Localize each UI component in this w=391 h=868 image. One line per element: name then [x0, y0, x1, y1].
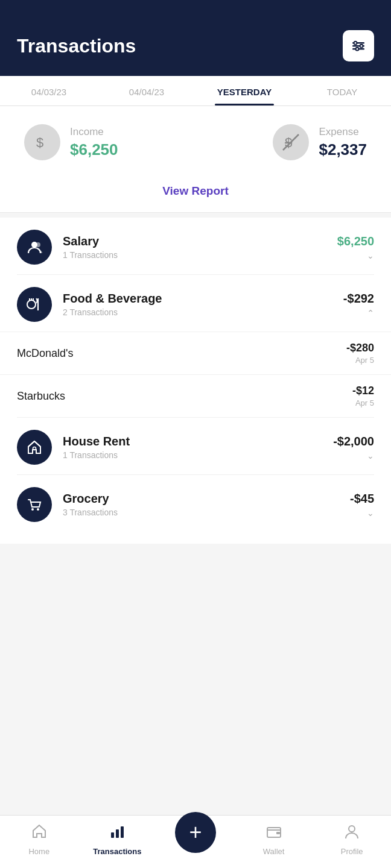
nav-wallet[interactable]: Wallet	[235, 823, 313, 856]
rent-right: -$2,000 ⌄	[333, 435, 374, 461]
salary-info: Salary 1 Transactions	[63, 234, 118, 260]
category-salary[interactable]: Salary 1 Transactions $6,250 ⌄	[0, 218, 391, 274]
starbucks-name: Starbucks	[17, 390, 65, 403]
bottom-spacer	[0, 544, 391, 622]
starbucks-date: Apr 5	[352, 398, 374, 407]
food-name: Food & Beverage	[63, 292, 162, 306]
starbucks-amount: -$12	[352, 385, 374, 397]
summary-section: $ Income $6,250 $ Expense $2,337	[0, 106, 391, 175]
header: Transactions	[0, 0, 391, 76]
tab-today[interactable]: TODAY	[293, 76, 391, 105]
svg-rect-21	[121, 826, 124, 838]
expense-value: $2,337	[319, 140, 367, 159]
rent-info: House Rent 1 Transactions	[63, 435, 130, 460]
food-amount: -$292	[343, 292, 374, 306]
mcdonalds-right: -$280 Apr 5	[346, 342, 374, 365]
expense-label: Expense	[319, 126, 367, 138]
nav-transactions-label: Transactions	[93, 847, 141, 856]
svg-rect-19	[111, 832, 114, 838]
income-label: Income	[70, 126, 118, 138]
salary-chevron: ⌄	[337, 251, 374, 260]
nav-profile-label: Profile	[341, 847, 363, 856]
nav-transactions[interactable]: Transactions	[78, 823, 157, 856]
category-salary-left: Salary 1 Transactions	[17, 230, 118, 265]
category-grocery[interactable]: Grocery 3 Transactions -$45 ⌄	[0, 475, 391, 532]
mcdonalds-amount: -$280	[346, 342, 374, 354]
food-count: 2 Transactions	[63, 307, 162, 317]
filter-button[interactable]	[343, 30, 374, 61]
category-food-left: Food & Beverage 2 Transactions	[17, 287, 162, 322]
salary-icon	[17, 230, 52, 265]
view-report-link[interactable]: View Report	[162, 184, 228, 197]
grocery-amount: -$45	[350, 492, 374, 506]
svg-point-10	[36, 242, 40, 247]
mcdonalds-date: Apr 5	[346, 356, 374, 365]
category-rent-left: House Rent 1 Transactions	[17, 430, 130, 465]
add-button[interactable]: +	[175, 812, 216, 853]
grocery-chevron: ⌄	[350, 508, 374, 518]
svg-point-3	[354, 42, 357, 45]
svg-rect-23	[276, 832, 280, 834]
income-info: Income $6,250	[70, 126, 118, 159]
svg-rect-20	[116, 829, 119, 838]
svg-point-17	[31, 508, 34, 511]
nav-home[interactable]: Home	[0, 823, 78, 856]
tab-yesterday-prev[interactable]: 04/04/23	[98, 76, 196, 105]
grocery-name: Grocery	[63, 492, 118, 506]
expense-icon: $	[273, 124, 309, 160]
wallet-icon	[265, 823, 282, 844]
tab-yesterday[interactable]: YESTERDAY	[196, 76, 293, 105]
income-summary: $ Income $6,250	[24, 124, 118, 160]
grocery-count: 3 Transactions	[63, 508, 118, 517]
rent-amount: -$2,000	[333, 435, 374, 448]
food-icon	[17, 287, 52, 322]
nav-add[interactable]: +	[156, 826, 235, 853]
category-grocery-left: Grocery 3 Transactions	[17, 487, 118, 522]
rent-chevron: ⌄	[333, 451, 374, 461]
svg-point-24	[349, 826, 355, 832]
profile-icon	[343, 823, 360, 844]
nav-home-label: Home	[28, 847, 49, 856]
expense-summary: $ Expense $2,337	[273, 124, 367, 160]
starbucks-right: -$12 Apr 5	[352, 385, 374, 407]
grocery-info: Grocery 3 Transactions	[63, 492, 118, 517]
add-icon: +	[189, 822, 202, 843]
divider	[0, 212, 391, 213]
salary-name: Salary	[63, 234, 118, 248]
view-report-section: View Report	[0, 175, 391, 212]
svg-point-16	[33, 447, 36, 450]
salary-right: $6,250 ⌄	[337, 234, 374, 260]
food-right: -$292 ⌄	[343, 292, 374, 318]
grocery-icon	[17, 487, 52, 522]
income-icon: $	[24, 124, 60, 160]
svg-point-5	[356, 48, 359, 51]
filter-icon	[350, 37, 367, 54]
bottom-nav: Home Transactions + Wallet	[0, 815, 391, 868]
svg-text:$: $	[36, 135, 43, 150]
expense-info: Expense $2,337	[319, 126, 367, 159]
category-house-rent[interactable]: House Rent 1 Transactions -$2,000 ⌄	[0, 418, 391, 474]
rent-count: 1 Transactions	[63, 450, 130, 460]
rent-icon	[17, 430, 52, 465]
rent-name: House Rent	[63, 435, 130, 448]
mcdonalds-name: McDonald's	[17, 347, 73, 360]
nav-profile[interactable]: Profile	[313, 823, 391, 856]
svg-point-11	[27, 300, 36, 309]
food-info: Food & Beverage 2 Transactions	[63, 292, 162, 317]
transaction-list: Salary 1 Transactions $6,250 ⌄	[0, 218, 391, 544]
tab-prev[interactable]: 04/03/23	[0, 76, 98, 105]
svg-point-4	[360, 45, 363, 48]
salary-amount: $6,250	[337, 234, 374, 248]
income-value: $6,250	[70, 140, 118, 159]
sub-starbucks: Starbucks -$12 Apr 5	[0, 374, 391, 417]
page-title: Transactions	[17, 35, 136, 57]
svg-point-18	[37, 508, 39, 511]
nav-wallet-label: Wallet	[263, 847, 285, 856]
tabs-bar: 04/03/23 04/04/23 YESTERDAY TODAY	[0, 76, 391, 106]
food-chevron: ⌄	[343, 308, 374, 318]
category-food[interactable]: Food & Beverage 2 Transactions -$292 ⌄	[0, 275, 391, 332]
home-icon	[31, 823, 48, 844]
sub-mcdonalds: McDonald's -$280 Apr 5	[0, 332, 391, 374]
transactions-icon	[109, 823, 126, 844]
salary-count: 1 Transactions	[63, 250, 118, 260]
